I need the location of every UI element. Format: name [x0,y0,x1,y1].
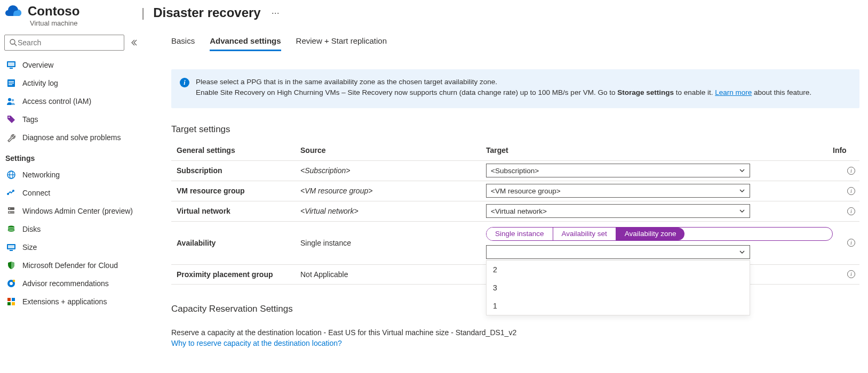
collapse-sidebar-icon[interactable] [130,39,137,46]
svg-rect-24 [8,245,14,248]
zone-option[interactable]: 1 [487,297,750,315]
nav-activity-log[interactable]: Activity log [0,74,141,92]
nav-networking[interactable]: Networking [0,166,141,184]
svg-point-16 [7,193,9,195]
info-tooltip-icon[interactable]: i [847,270,855,278]
svg-point-20 [9,212,10,213]
log-icon [6,78,16,88]
nav-size[interactable]: Size [0,238,141,256]
availability-zone-dropdown[interactable]: 2 3 1 [486,245,750,259]
advisor-icon [6,279,16,288]
nav-access-control[interactable]: Access control (IAM) [0,92,141,110]
extensions-icon [6,297,16,306]
nav-defender[interactable]: Microsoft Defender for Cloud [0,256,141,274]
row-vmrg: VM resource group <VM resource group> <V… [171,181,859,201]
zone-option[interactable]: 2 [487,261,750,279]
availability-segmented: Single instance Availability set Availab… [486,227,833,241]
nav-group-settings: Settings [0,147,141,166]
svg-line-1 [14,44,17,46]
sidebar-nav[interactable]: Overview Activity log Access control (IA… [0,56,141,373]
resource-subtitle: Virtual machine [28,19,79,27]
svg-point-10 [12,99,14,102]
disks-icon [6,224,16,234]
svg-rect-6 [9,81,14,82]
info-banner-text: Please select a PPG that is in the same … [196,77,811,99]
nav-disks[interactable]: Disks [0,220,141,238]
wrench-icon [6,133,16,142]
grid-header-row: General settings Source Target Info [171,140,859,160]
chevron-down-icon [739,208,745,214]
sidebar-header: Contoso Virtual machine [0,0,141,31]
resource-title: Contoso [28,4,79,18]
size-icon [6,242,16,252]
subscription-dropdown[interactable]: <Subscription> [486,164,750,177]
svg-rect-25 [10,250,13,251]
svg-point-0 [10,39,15,44]
svg-rect-32 [12,302,15,305]
nav-connect[interactable]: Connect [0,184,141,202]
cloud-logo-icon [5,4,22,21]
main-content[interactable]: Basics Advanced settings Review + Start … [141,25,864,373]
seg-availability-zone[interactable]: Availability zone [616,228,685,240]
nav-overview[interactable]: Overview [0,56,141,74]
tag-icon [6,115,16,124]
search-input[interactable] [18,38,120,47]
globe-icon [6,170,16,180]
row-vnet: Virtual network <Virtual network> <Virtu… [171,201,859,221]
chevron-down-icon [739,249,745,255]
search-icon [9,38,18,47]
vmrg-dropdown[interactable]: <VM resource group> [486,184,750,198]
svg-rect-30 [12,298,15,301]
info-tooltip-icon[interactable]: i [847,239,855,247]
info-banner: i Please select a PPG that is in the sam… [171,69,859,108]
seg-availability-set[interactable]: Availability set [553,228,616,240]
svg-point-19 [9,208,10,209]
server-icon [6,206,16,216]
main-panel: | Disaster recovery ··· Basics Advanced … [141,0,868,373]
capacity-description: Reserve a capacity at the destination lo… [171,328,859,337]
info-tooltip-icon[interactable]: i [847,167,855,175]
tab-advanced-settings[interactable]: Advanced settings [210,34,281,51]
svg-rect-31 [7,302,11,305]
svg-point-11 [9,117,10,118]
col-target: Target [486,146,833,155]
svg-rect-17 [8,207,14,210]
monitor-icon [6,60,16,70]
nav-wac[interactable]: Windows Admin Center (preview) [0,202,141,220]
col-info: Info [833,146,859,155]
svg-rect-8 [9,84,12,85]
svg-rect-7 [9,83,14,84]
svg-rect-18 [8,211,14,214]
info-tooltip-icon[interactable]: i [847,187,855,195]
svg-point-9 [8,98,11,101]
availability-zone-options: 2 3 1 [486,260,750,315]
nav-tags[interactable]: Tags [0,110,141,128]
info-tooltip-icon[interactable]: i [847,207,855,215]
nav-diagnose[interactable]: Diagnose and solve problems [0,128,141,147]
page-title: Disaster recovery [153,5,260,20]
capacity-link[interactable]: Why to reserve capacity at the destinati… [171,339,859,347]
shield-icon [6,261,16,270]
learn-more-link[interactable]: Learn more [715,88,752,96]
row-availability: Availability Single instance Single inst… [171,221,859,264]
zone-option[interactable]: 3 [487,279,750,297]
nav-advisor[interactable]: Advisor recommendations [0,274,141,293]
info-icon: i [180,78,189,87]
chevron-down-icon [739,188,745,194]
seg-single-instance[interactable]: Single instance [487,228,553,240]
svg-rect-4 [10,68,13,69]
chevron-down-icon [739,167,745,174]
row-subscription: Subscription <Subscription> <Subscriptio… [171,160,859,181]
more-menu-icon[interactable]: ··· [272,7,280,19]
nav-extensions[interactable]: Extensions + applications [0,293,141,311]
col-source: Source [299,146,486,155]
svg-rect-29 [7,298,11,301]
col-general-settings: General settings [171,146,299,155]
search-input-wrapper[interactable] [4,35,124,51]
svg-point-27 [10,282,13,285]
svg-point-15 [12,190,14,192]
tab-review-start[interactable]: Review + Start replication [296,34,387,51]
connect-icon [6,188,16,198]
vnet-dropdown[interactable]: <Virtual network> [486,204,750,218]
tab-basics[interactable]: Basics [171,34,195,51]
